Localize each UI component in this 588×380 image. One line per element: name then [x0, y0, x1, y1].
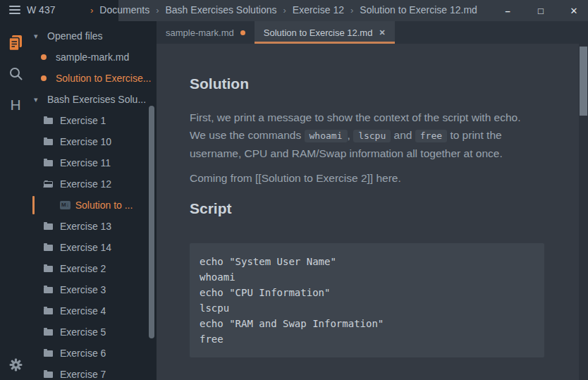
tab-solution-exercise-12[interactable]: Solution to Exercise 12.md ✕: [255, 21, 395, 44]
folder-open-icon: [44, 181, 53, 188]
markdown-file-icon: M↓: [60, 201, 71, 209]
tree-file-solution-selected[interactable]: M↓ Solution to ...: [31, 195, 157, 216]
close-tab-icon[interactable]: ✕: [379, 28, 385, 37]
folder-label: Exercise 12: [60, 178, 111, 190]
file-label: Solution to ...: [75, 200, 133, 211]
search-icon[interactable]: [8, 66, 23, 81]
modified-dot-icon: [41, 75, 47, 81]
folder-label: Exercise 7: [60, 369, 106, 380]
folder-label: Exercise 2: [60, 263, 106, 274]
folder-label: Exercise 4: [60, 305, 106, 317]
opened-file-sample-mark[interactable]: sample-mark.md: [31, 47, 157, 68]
inline-code-lscpu: lscpu: [353, 130, 391, 142]
main-area: sample-mark.md Solution to Exercise 12.m…: [157, 21, 588, 380]
folder-icon: [44, 350, 53, 357]
editor-pane[interactable]: Solution First, we print a message to sh…: [157, 44, 588, 380]
chevron-right-icon: ›: [350, 5, 353, 16]
heading-icon[interactable]: H: [10, 97, 20, 114]
folder-exercise-5[interactable]: Exercise 5: [31, 321, 157, 343]
folder-icon: [44, 118, 53, 124]
document: Solution First, we print a message to sh…: [157, 44, 588, 357]
folder-icon: [44, 266, 53, 272]
section-label: Opened files: [47, 30, 103, 42]
folder-label: Exercise 1: [60, 115, 106, 126]
tab-bar: sample-mark.md Solution to Exercise 12.m…: [157, 21, 588, 44]
breadcrumb-item-exercise-12[interactable]: Exercise 12: [293, 4, 344, 16]
breadcrumb-item-current-file[interactable]: Solution to Exercise 12.md: [360, 4, 477, 16]
file-label: Solution to Exercise...: [56, 73, 151, 84]
maximize-button[interactable]: □: [536, 6, 546, 16]
gear-icon[interactable]: [9, 358, 23, 372]
folder-icon: [44, 287, 53, 293]
editor-scrollbar-thumb[interactable]: [580, 47, 587, 116]
folder-exercise-3[interactable]: Exercise 3: [31, 279, 157, 300]
tree-section-opened-files[interactable]: ▾ Opened files: [31, 25, 157, 47]
tab-sample-mark[interactable]: sample-mark.md: [157, 21, 255, 44]
folder-icon: [44, 245, 53, 251]
folder-exercise-7[interactable]: Exercise 7: [31, 364, 157, 380]
folder-icon: [44, 372, 53, 378]
file-label: sample-mark.md: [56, 51, 129, 63]
folder-exercise-1[interactable]: Exercise 1: [31, 110, 157, 131]
paragraph-intro: First, we print a message to show the co…: [190, 109, 537, 162]
file-tree: ▾ Opened files sample-mark.md Solution t…: [31, 25, 157, 380]
folder-exercise-12[interactable]: Exercise 12: [31, 173, 157, 195]
folder-icon: [44, 160, 53, 166]
tab-label: sample-mark.md: [166, 27, 234, 38]
folder-label: Exercise 6: [60, 348, 106, 359]
code-line: echo "CPU Information": [200, 285, 534, 300]
paragraph-text: ,: [348, 129, 354, 141]
folder-icon: [44, 308, 53, 314]
tree-section-bash-exercises[interactable]: ▾ Bash Exercises Solu...: [31, 89, 157, 110]
breadcrumb-item-bash-exercises-solutions[interactable]: Bash Exercises Solutions: [166, 4, 277, 16]
activity-bar: H: [0, 21, 31, 380]
folder-icon: [44, 139, 53, 145]
folder-icon: [44, 329, 53, 336]
sidebar-scrollbar[interactable]: [149, 106, 154, 338]
window-title: W 437: [27, 4, 55, 16]
title-bar: W 437 › Documents › Bash Exercises Solut…: [0, 0, 588, 21]
code-line: lscpu: [200, 300, 534, 316]
code-line: echo "System User Name": [200, 254, 534, 269]
sidebar: H ▾: [0, 21, 157, 380]
inline-code-free: free: [415, 130, 447, 142]
folder-label: Exercise 14: [60, 242, 111, 253]
breadcrumb-item-documents[interactable]: Documents: [99, 4, 149, 16]
modified-dot-icon: [41, 54, 47, 60]
code-line: echo "RAM and Swap Information": [200, 316, 534, 331]
chevron-down-icon: ▾: [34, 32, 42, 41]
folder-exercise-14[interactable]: Exercise 14: [31, 237, 157, 258]
folder-exercise-4[interactable]: Exercise 4: [31, 300, 157, 321]
app-window: W 437 › Documents › Bash Exercises Solut…: [0, 0, 588, 380]
close-button[interactable]: ✕: [569, 6, 579, 16]
folder-icon: [44, 223, 53, 230]
code-line: free: [200, 331, 534, 347]
folder-exercise-6[interactable]: Exercise 6: [31, 343, 157, 364]
opened-file-solution-exercise[interactable]: Solution to Exercise...: [31, 68, 157, 89]
tab-label: Solution to Exercise 12.md: [264, 27, 373, 38]
minimize-button[interactable]: –: [503, 6, 513, 16]
paragraph-text: and: [391, 129, 415, 141]
folder-exercise-11[interactable]: Exercise 11: [31, 152, 157, 173]
inline-code-whoami: whoami: [305, 130, 348, 142]
editor-scrollbar-track[interactable]: [579, 44, 588, 380]
folder-label: Exercise 5: [60, 326, 106, 338]
section-label: Bash Exercises Solu...: [47, 94, 146, 105]
documents-icon[interactable]: [7, 34, 24, 52]
folder-label: Exercise 13: [60, 221, 111, 232]
code-line: whoami: [200, 269, 534, 285]
chevron-down-icon: ▾: [34, 95, 42, 104]
window-controls: – □ ✕: [503, 0, 579, 21]
folder-label: Exercise 3: [60, 284, 106, 295]
folder-label: Exercise 11: [60, 157, 111, 168]
heading-solution: Solution: [190, 75, 588, 93]
folder-exercise-10[interactable]: Exercise 10: [31, 131, 157, 152]
modified-dot-icon: [240, 30, 245, 35]
folder-exercise-2[interactable]: Exercise 2: [31, 258, 157, 279]
chevron-right-icon: ›: [283, 5, 286, 16]
folder-exercise-13[interactable]: Exercise 13: [31, 216, 157, 237]
code-block: echo "System User Name" whoami echo "CPU…: [190, 243, 544, 357]
heading-script: Script: [190, 200, 588, 218]
folder-label: Exercise 10: [60, 136, 111, 147]
hamburger-menu-icon[interactable]: [9, 6, 20, 16]
